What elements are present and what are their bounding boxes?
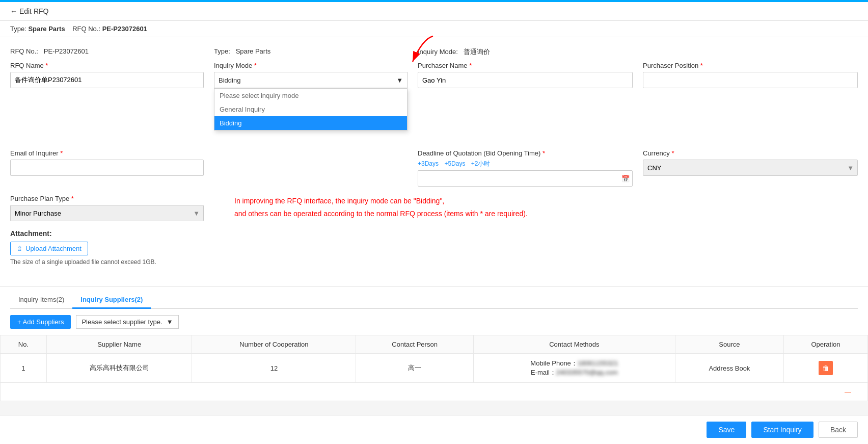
purchaser-position-input[interactable] xyxy=(643,72,858,88)
start-inquiry-button[interactable]: Start Inquiry xyxy=(751,422,813,438)
annotation-text: In improving the RFQ interface, the inqu… xyxy=(234,195,858,220)
attachment-section: Attachment: ⇫ Upload Attachment The size… xyxy=(10,229,858,266)
cell-contact-methods: Mobile Phone：18061155321 E-mail：24033557… xyxy=(473,354,675,383)
email-input[interactable] xyxy=(10,160,204,176)
sub-type-value: Spare Parts xyxy=(28,25,65,33)
shortcut-5days[interactable]: +5Days xyxy=(444,160,465,167)
mobile-phone-value: 18061155321 xyxy=(578,359,618,367)
date-shortcuts: +3Days +5Days +2小时 xyxy=(418,160,633,168)
inquiry-mode-dropdown[interactable]: Bidding ▼ Please select inquiry mode Gen… xyxy=(214,72,408,88)
shortcut-3days[interactable]: +3Days xyxy=(418,160,439,167)
purchaser-name-input[interactable] xyxy=(418,72,633,88)
back-link[interactable]: ← Edit RFQ xyxy=(10,7,48,15)
col-source: Source xyxy=(675,335,783,354)
tabs-section: Inquiry Items(2) Inquiry Suppliers(2) xyxy=(0,286,868,309)
purchase-plan-type-select[interactable]: Minor Purchase Major Purchase xyxy=(10,205,204,221)
shortcut-2hrs[interactable]: +2小时 xyxy=(471,160,491,167)
email-label: Email of Inquirer * xyxy=(10,149,204,157)
add-suppliers-button[interactable]: + Add Suppliers xyxy=(10,315,71,329)
email-value: 240335570@qq.com xyxy=(556,369,618,376)
page-header: ← Edit RFQ xyxy=(0,2,868,21)
footer: Save Start Inquiry Back xyxy=(0,415,868,442)
delete-row-button[interactable]: 🗑 xyxy=(819,361,833,375)
tab-inquiry-items[interactable]: Inquiry Items(2) xyxy=(10,292,72,309)
rfqname-input[interactable] xyxy=(10,72,204,88)
sub-rfqno-label: RFQ No.: xyxy=(72,25,100,33)
cell-operation: 🗑 xyxy=(783,354,867,383)
sub-type-label: Type: xyxy=(10,25,26,33)
back-button[interactable]: Back xyxy=(819,422,858,438)
table-row-empty: — xyxy=(1,383,868,401)
rfqname-label: RFQ Name * xyxy=(10,62,204,69)
inquiry-mode-static-value: 普通询价 xyxy=(464,48,490,56)
option-bidding[interactable]: Bidding xyxy=(214,116,407,130)
sub-rfqno-value: PE-P23072601 xyxy=(102,25,147,33)
type-label: Type: xyxy=(214,47,230,55)
cell-contact-person: 高一 xyxy=(356,354,473,383)
upload-attachment-button[interactable]: ⇫ Upload Attachment xyxy=(10,242,88,255)
inquiry-mode-menu: Please select inquiry mode General Inqui… xyxy=(214,88,408,130)
rfqno-value: PE-P23072601 xyxy=(44,47,89,55)
col-supplier-name: Supplier Name xyxy=(46,335,192,354)
purchase-plan-type-label: Purchase Plan Type * xyxy=(10,195,204,202)
deadline-input-wrapper: 📅 xyxy=(418,170,633,187)
inquiry-mode-label: Inquiry Mode * xyxy=(214,62,408,69)
col-operation: Operation xyxy=(783,335,867,354)
supplier-type-chevron: ▼ xyxy=(167,318,173,326)
calendar-icon[interactable]: 📅 xyxy=(621,175,630,182)
inquiry-mode-trigger[interactable]: Bidding ▼ xyxy=(214,72,408,88)
supplier-type-select[interactable]: Please select supplier type. ▼ xyxy=(76,315,178,329)
tabs-bar: Inquiry Items(2) Inquiry Suppliers(2) xyxy=(10,286,858,309)
inquiry-mode-static-label: Inquiry Mode: xyxy=(418,48,458,56)
col-no: No. xyxy=(1,335,47,354)
option-placeholder[interactable]: Please select inquiry mode xyxy=(214,89,407,102)
rfqno-label: RFQ No.: xyxy=(10,47,38,55)
cell-no: 1 xyxy=(1,354,47,383)
col-contact-methods: Contact Methods xyxy=(473,335,675,354)
cell-cooperation: 12 xyxy=(192,354,356,383)
table-controls: + Add Suppliers Please select supplier t… xyxy=(0,309,868,335)
table-row: 1 高乐高科技有限公司 12 高一 Mobile Phone：180611553… xyxy=(1,354,868,383)
option-general[interactable]: General Inquiry xyxy=(214,102,407,116)
purchaser-position-label: Purchaser Position * xyxy=(643,62,858,69)
currency-label: Currency * xyxy=(643,149,858,157)
tab-inquiry-suppliers[interactable]: Inquiry Suppliers(2) xyxy=(72,292,151,309)
deadline-input[interactable] xyxy=(418,170,633,187)
col-cooperation: Number of Cooperation xyxy=(192,335,356,354)
upload-note: The size of a single uploaded file canno… xyxy=(10,258,858,266)
type-value: Spare Parts xyxy=(236,47,271,55)
main-content: RFQ No.: PE-P23072601 Type: Spare Parts … xyxy=(0,37,868,286)
purchaser-name-label: Purchaser Name * xyxy=(418,62,633,69)
currency-select[interactable]: CNY USD EUR xyxy=(643,160,858,176)
attachment-label: Attachment: xyxy=(10,229,858,238)
deadline-label: Deadline of Quotation (Bid Opening Time)… xyxy=(418,149,633,157)
cell-supplier-name: 高乐高科技有限公司 xyxy=(46,354,192,383)
sub-header: Type: Spare Parts RFQ No.: PE-P23072601 xyxy=(0,21,868,37)
col-contact-person: Contact Person xyxy=(356,335,473,354)
cell-source: Address Book xyxy=(675,354,783,383)
suppliers-table: No. Supplier Name Number of Cooperation … xyxy=(0,335,868,401)
save-button[interactable]: Save xyxy=(707,422,746,438)
upload-icon: ⇫ xyxy=(17,245,22,252)
